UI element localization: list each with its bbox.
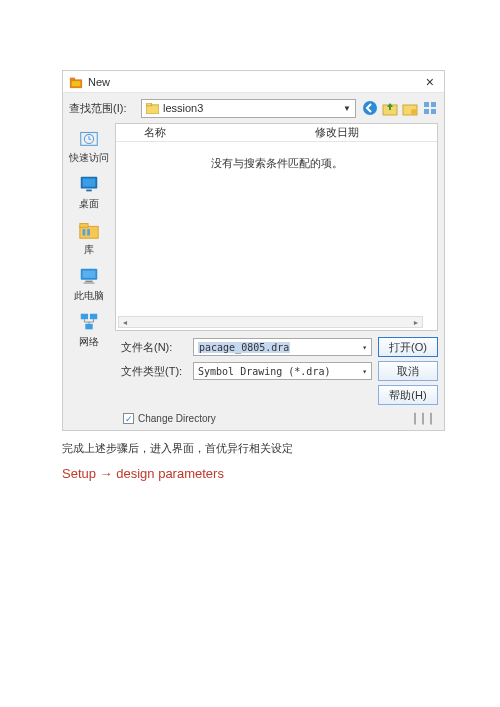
resize-grip-icon: ┃┃┃ (412, 413, 436, 424)
computer-icon (77, 265, 101, 287)
new-folder-icon[interactable] (402, 100, 418, 116)
filetype-label: 文件类型(T): (121, 364, 187, 379)
svg-rect-11 (424, 109, 429, 114)
empty-message: 没有与搜索条件匹配的项。 (116, 156, 437, 171)
titlebar: New × (63, 71, 444, 93)
file-list-header: 名称 修改日期 (116, 124, 437, 142)
svg-point-5 (363, 101, 377, 115)
svg-rect-9 (424, 102, 429, 107)
svg-rect-25 (84, 282, 95, 283)
chevron-down-icon: ▾ (362, 367, 367, 376)
svg-rect-28 (85, 324, 92, 330)
close-button[interactable]: × (422, 74, 438, 90)
svg-rect-27 (90, 314, 97, 320)
help-button[interactable]: 帮助(H) (378, 385, 438, 405)
svg-rect-10 (431, 102, 436, 107)
checkbox-check-icon: ✓ (123, 413, 134, 424)
filename-label: 文件名(N): (121, 340, 187, 355)
horizontal-scrollbar[interactable]: ◄ ► (118, 316, 423, 328)
svg-rect-24 (85, 281, 92, 283)
change-directory-checkbox[interactable]: ✓ Change Directory (123, 413, 216, 424)
open-button[interactable]: 打开(O) (378, 337, 438, 357)
library-icon (77, 219, 101, 241)
lookup-path-text: lession3 (163, 102, 343, 114)
svg-rect-26 (81, 314, 88, 320)
lookup-bar: 查找范围(I): lession3 ▼ (63, 93, 444, 123)
new-dialog: New × 查找范围(I): lession3 ▼ 快速访问 (62, 70, 445, 431)
column-date[interactable]: 修改日期 (315, 124, 437, 141)
scroll-right-icon[interactable]: ► (410, 317, 422, 327)
lookup-label: 查找范围(I): (69, 101, 135, 116)
sidebar-item-network[interactable]: 网络 (77, 311, 101, 349)
svg-rect-17 (86, 190, 92, 192)
svg-rect-12 (431, 109, 436, 114)
svg-rect-16 (83, 179, 96, 187)
filetype-select[interactable]: Symbol Drawing (*.dra) ▾ (193, 362, 372, 380)
network-icon (77, 311, 101, 333)
folder-icon (146, 103, 159, 114)
chevron-down-icon: ▾ (362, 343, 367, 352)
menu-path-text: Setup → design parameters (62, 466, 445, 481)
svg-rect-23 (83, 271, 96, 278)
svg-rect-1 (70, 77, 75, 80)
instruction-text: 完成上述步骤后，进入界面，首优异行相关设定 (62, 441, 445, 456)
chevron-down-icon: ▼ (343, 104, 351, 113)
view-menu-icon[interactable] (422, 100, 438, 116)
back-icon[interactable] (362, 100, 378, 116)
lookup-toolbar (362, 100, 438, 116)
scroll-left-icon[interactable]: ◄ (119, 317, 131, 327)
sidebar-item-desktop[interactable]: 桌面 (77, 173, 101, 211)
svg-rect-20 (83, 229, 86, 235)
up-folder-icon[interactable] (382, 100, 398, 116)
dialog-footer: ✓ Change Directory ┃┃┃ (63, 407, 444, 430)
svg-rect-3 (146, 104, 159, 113)
places-sidebar: 快速访问 桌面 库 此电脑 网络 (63, 123, 115, 335)
svg-point-8 (411, 109, 417, 115)
svg-rect-4 (146, 103, 152, 106)
clock-icon (77, 127, 101, 149)
svg-rect-21 (87, 229, 90, 235)
desktop-icon (77, 173, 101, 195)
app-icon (69, 75, 83, 89)
titlebar-title: New (88, 76, 422, 88)
column-name[interactable]: 名称 (144, 125, 166, 140)
cancel-button[interactable]: 取消 (378, 361, 438, 381)
filename-input[interactable]: pacage_0805.dra ▾ (193, 338, 372, 356)
sidebar-item-thispc[interactable]: 此电脑 (74, 265, 104, 303)
svg-rect-2 (72, 81, 81, 86)
sidebar-item-library[interactable]: 库 (77, 219, 101, 257)
lookup-path-select[interactable]: lession3 ▼ (141, 99, 356, 118)
svg-rect-19 (80, 224, 88, 228)
file-list-pane: 名称 修改日期 没有与搜索条件匹配的项。 ◄ ► (115, 123, 438, 331)
sidebar-item-quickaccess[interactable]: 快速访问 (69, 127, 109, 165)
